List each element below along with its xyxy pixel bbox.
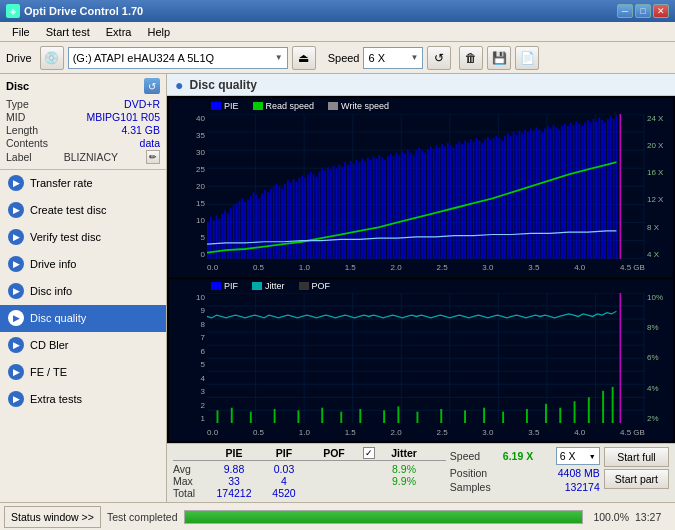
jitter-check-box[interactable]: ✓ [363, 447, 375, 459]
svg-rect-57 [318, 172, 320, 259]
disc-panel-title: Disc [6, 80, 29, 92]
svg-rect-38 [264, 190, 266, 259]
svg-rect-101 [444, 147, 446, 259]
svg-rect-157 [604, 122, 606, 258]
menu-file[interactable]: File [4, 24, 38, 40]
sidebar-item-cd-bler[interactable]: ▶ CD Bler [0, 332, 166, 359]
svg-rect-93 [421, 150, 423, 258]
sidebar-item-disc-info[interactable]: ▶ Disc info [0, 278, 166, 305]
svg-rect-99 [438, 148, 440, 259]
svg-rect-53 [307, 174, 309, 258]
svg-rect-188 [321, 407, 323, 423]
jitter-checkbox[interactable]: ✓ [359, 447, 379, 459]
disc-contents-val: data [140, 137, 160, 149]
svg-rect-136 [544, 128, 546, 258]
start-part-button[interactable]: Start part [604, 469, 669, 489]
svg-rect-46 [287, 180, 289, 258]
svg-rect-153 [593, 119, 595, 259]
top-chart-x-axis: 0.0 0.5 1.0 1.5 2.0 2.5 3.0 3.5 4.0 4.5 … [207, 259, 645, 277]
burn-button[interactable]: 💾 [487, 46, 511, 70]
svg-rect-187 [297, 410, 299, 423]
close-button[interactable]: ✕ [653, 4, 669, 18]
action-buttons: Start full Start part [604, 447, 669, 489]
disc-refresh-button[interactable]: ↺ [144, 78, 160, 94]
disc-length-label: Length [6, 124, 38, 136]
svg-rect-142 [561, 126, 563, 259]
top-chart-svg [207, 114, 645, 259]
svg-rect-36 [258, 198, 260, 258]
svg-rect-71 [358, 162, 360, 258]
sidebar-item-create-test-disc[interactable]: ▶ Create test disc [0, 197, 166, 224]
stats-header-row: PIE PIF POF ✓ Jitter [173, 447, 446, 461]
svg-rect-198 [526, 409, 528, 423]
pie-legend-color [211, 102, 221, 110]
toolbar: Drive 💿 (G:) ATAPI eHAU324 A 5L1Q ▼ ⏏ Sp… [0, 42, 675, 74]
svg-rect-149 [581, 126, 583, 259]
menu-extra[interactable]: Extra [98, 24, 140, 40]
cd-bler-icon: ▶ [8, 337, 24, 353]
erase-button[interactable]: 🗑 [459, 46, 483, 70]
sidebar-menu: ▶ Transfer rate ▶ Create test disc ▶ Ver… [0, 170, 166, 502]
speed-dropdown[interactable]: 6 X ▼ [363, 47, 423, 69]
menu-start-test[interactable]: Start test [38, 24, 98, 40]
svg-rect-133 [536, 127, 538, 258]
svg-rect-60 [327, 167, 329, 259]
svg-rect-23 [221, 214, 223, 259]
top-chart: PIE Read speed Write speed 40 35 30 [169, 98, 673, 278]
jitter-legend-label: Jitter [265, 281, 285, 291]
svg-rect-68 [350, 161, 352, 259]
legend-read-speed: Read speed [253, 101, 315, 111]
sidebar-item-extra-tests[interactable]: ▶ Extra tests [0, 386, 166, 413]
save-button[interactable]: 📄 [515, 46, 539, 70]
speed-stat-dropdown[interactable]: 6 X ▼ [556, 447, 600, 465]
svg-rect-65 [341, 167, 343, 259]
status-window-label[interactable]: Status window >> [11, 511, 94, 523]
drive-icon-button[interactable]: 💿 [40, 46, 64, 70]
drive-dropdown[interactable]: (G:) ATAPI eHAU324 A 5L1Q ▼ [68, 47, 288, 69]
svg-rect-43 [278, 186, 280, 258]
maximize-button[interactable]: □ [635, 4, 651, 18]
svg-rect-104 [453, 148, 455, 259]
menu-help[interactable]: Help [139, 24, 178, 40]
svg-rect-140 [555, 127, 557, 258]
svg-rect-195 [464, 410, 466, 423]
svg-rect-49 [296, 181, 298, 258]
svg-rect-50 [298, 178, 300, 259]
svg-rect-111 [473, 142, 475, 259]
svg-rect-150 [584, 122, 586, 258]
refresh-speed-button[interactable]: ↺ [427, 46, 451, 70]
svg-rect-197 [502, 411, 504, 423]
svg-rect-47 [290, 183, 292, 259]
fe-te-icon: ▶ [8, 364, 24, 380]
eject-button[interactable]: ⏏ [292, 46, 316, 70]
svg-rect-202 [588, 397, 590, 423]
sidebar-item-drive-info[interactable]: ▶ Drive info [0, 251, 166, 278]
disc-length-val: 4.31 GB [121, 124, 160, 136]
svg-rect-112 [476, 138, 478, 259]
svg-rect-200 [559, 407, 561, 423]
svg-rect-196 [483, 407, 485, 423]
sidebar-item-fe-te[interactable]: ▶ FE / TE [0, 359, 166, 386]
svg-rect-184 [231, 407, 233, 423]
start-full-button[interactable]: Start full [604, 447, 669, 467]
svg-rect-110 [470, 139, 472, 258]
svg-rect-106 [458, 142, 460, 259]
drive-info-icon: ▶ [8, 256, 24, 272]
pif-legend-color [211, 282, 221, 290]
svg-rect-42 [276, 184, 278, 259]
status-window-section[interactable]: Status window >> [4, 506, 101, 528]
svg-rect-186 [274, 409, 276, 423]
stats-total-pof [309, 487, 359, 499]
sidebar-item-disc-quality[interactable]: ▶ Disc quality [0, 305, 166, 332]
minimize-button[interactable]: ─ [617, 4, 633, 18]
svg-rect-55 [313, 174, 315, 258]
svg-rect-144 [567, 126, 569, 259]
label-edit-button[interactable]: ✏ [146, 150, 160, 164]
svg-rect-22 [218, 219, 220, 259]
sidebar-item-verify-test-disc[interactable]: ▶ Verify test disc [0, 224, 166, 251]
svg-rect-130 [527, 132, 529, 259]
svg-rect-94 [424, 153, 426, 259]
svg-rect-145 [570, 122, 572, 258]
sidebar-item-transfer-rate[interactable]: ▶ Transfer rate [0, 170, 166, 197]
sidebar-item-label-drive-info: Drive info [30, 258, 76, 270]
